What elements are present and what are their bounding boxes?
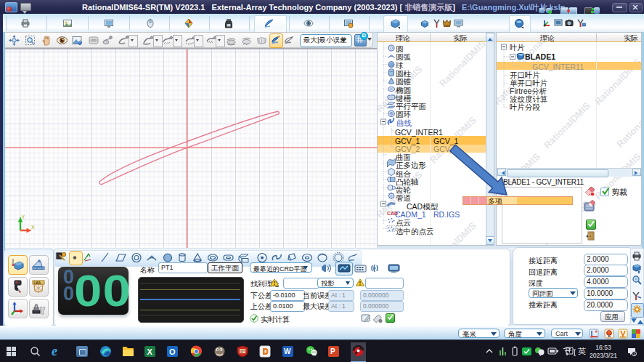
svg-text:1: 1	[633, 352, 635, 356]
svg-text:Y: Y	[22, 214, 25, 220]
svg-text:X: X	[31, 225, 35, 230]
